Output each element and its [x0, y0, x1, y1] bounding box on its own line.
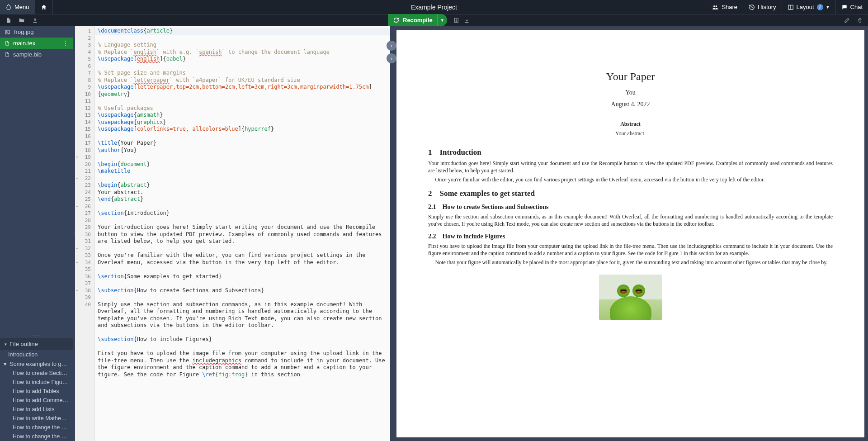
- fold-icon[interactable]: ▾: [76, 175, 78, 182]
- code-line[interactable]: [95, 175, 390, 182]
- code-line[interactable]: \subsection{How to include Figures}: [95, 336, 390, 343]
- code-line[interactable]: [95, 343, 390, 351]
- file-item[interactable]: main.tex⋮: [0, 38, 73, 49]
- editor-preview-splitter[interactable]: › ‹: [390, 26, 393, 441]
- recompile-button[interactable]: Recompile: [388, 14, 437, 26]
- history-button[interactable]: History: [743, 0, 781, 14]
- menu-button[interactable]: Menu: [0, 0, 35, 14]
- line-number: 12: [75, 105, 94, 112]
- rename-icon[interactable]: [842, 16, 852, 24]
- code-line[interactable]: \begin{document}: [95, 161, 390, 168]
- code-line[interactable]: [95, 245, 390, 252]
- outline-item[interactable]: ▾ Some examples to get st…: [0, 359, 73, 369]
- code-line[interactable]: Simply use the section and subsection co…: [95, 301, 390, 329]
- svg-point-0: [713, 5, 715, 6]
- code-line[interactable]: Your introduction goes here! Simply star…: [95, 224, 390, 245]
- file-icon: [5, 40, 9, 46]
- code-line[interactable]: [95, 35, 390, 42]
- code-line[interactable]: [95, 294, 390, 301]
- recompile-dropdown[interactable]: ▼: [437, 14, 447, 26]
- code-line[interactable]: % Replace `english` with e.g. `spanish` …: [95, 49, 390, 56]
- file-menu-icon[interactable]: ⋮: [62, 40, 68, 47]
- outline-item[interactable]: Introduction: [0, 350, 73, 359]
- line-number: 6: [75, 63, 94, 70]
- code-line[interactable]: Your abstract.: [95, 189, 390, 196]
- fold-icon[interactable]: ▾: [76, 259, 78, 266]
- code-line[interactable]: First you have to upload the image file …: [95, 350, 390, 378]
- fold-icon[interactable]: ▾: [76, 203, 78, 210]
- share-button[interactable]: Share: [706, 0, 743, 14]
- file-item[interactable]: frog.jpg: [0, 26, 73, 38]
- file-list: frog.jpgmain.tex⋮sample.bib: [0, 26, 73, 333]
- outline-item[interactable]: How to include Figur…: [0, 378, 73, 387]
- outline-item[interactable]: How to create Sectio…: [0, 369, 73, 378]
- file-name: sample.bib: [13, 51, 42, 58]
- pdf-paragraph: First you have to upload the image file …: [428, 242, 833, 257]
- logs-icon[interactable]: [453, 17, 459, 24]
- main-area: frog.jpgmain.tex⋮sample.bib •••• ▾ File …: [0, 26, 868, 441]
- line-number: 3: [75, 42, 94, 49]
- code-line[interactable]: % Language setting: [95, 42, 390, 49]
- outline-item[interactable]: How to add Tables: [0, 387, 73, 396]
- outline-item[interactable]: How to add Lists: [0, 405, 73, 414]
- topbar-left: Menu: [0, 0, 53, 14]
- file-name: frog.jpg: [14, 28, 33, 35]
- code-line[interactable]: \documentclass{article}: [95, 28, 390, 35]
- code-line[interactable]: % Set page size and margins: [95, 70, 390, 77]
- file-outline-header[interactable]: ▾ File outline: [0, 338, 73, 350]
- code-line[interactable]: \usepackage{graphicx}: [95, 119, 390, 126]
- fold-icon[interactable]: ▾: [76, 245, 78, 252]
- line-number: 37: [75, 280, 94, 287]
- code-line[interactable]: % Useful packages: [95, 105, 390, 112]
- fold-icon[interactable]: ▾: [76, 154, 78, 161]
- chat-button[interactable]: Chat: [835, 0, 868, 14]
- code-line[interactable]: \usepackage[english]{babel}: [95, 56, 390, 63]
- editor-pane[interactable]: 12345678910111213141516171819▾202122▾232…: [75, 26, 390, 441]
- code-line[interactable]: [95, 217, 390, 224]
- code-line[interactable]: % Replace `letterpaper` with `a4paper` f…: [95, 77, 390, 84]
- divider[interactable]: ••••: [0, 333, 73, 338]
- code-line[interactable]: \begin{abstract}: [95, 182, 390, 189]
- code-area[interactable]: \documentclass{article} % Language setti…: [95, 26, 390, 441]
- code-line[interactable]: \usepackage{amsmath}: [95, 112, 390, 119]
- code-line[interactable]: [95, 203, 390, 210]
- code-line[interactable]: [95, 98, 390, 105]
- code-line[interactable]: [95, 266, 390, 273]
- top-bar: Menu Example Project Share History Layou…: [0, 0, 868, 14]
- code-line[interactable]: \title{Your Paper}: [95, 140, 390, 147]
- code-line[interactable]: [95, 280, 390, 287]
- line-number: 32▾: [75, 245, 94, 252]
- chevron-down-icon: ▾: [4, 360, 8, 367]
- outline-item[interactable]: How to add Comme…: [0, 396, 73, 405]
- code-line[interactable]: \maketitle: [95, 168, 390, 175]
- download-icon[interactable]: [464, 17, 470, 24]
- home-button[interactable]: [35, 0, 53, 14]
- pdf-author: You: [428, 89, 833, 96]
- pdf-preview-pane[interactable]: Your Paper You August 4, 2022 Abstract Y…: [393, 26, 868, 441]
- new-file-icon[interactable]: [4, 16, 13, 24]
- collapse-right-button[interactable]: ›: [387, 41, 396, 51]
- code-line[interactable]: [95, 63, 390, 70]
- line-number: 21: [75, 168, 94, 175]
- collapse-left-button[interactable]: ‹: [387, 53, 396, 63]
- layout-button[interactable]: Layout i ▼: [782, 0, 835, 14]
- code-line[interactable]: \section{Introduction}: [95, 210, 390, 217]
- file-item[interactable]: sample.bib: [0, 49, 73, 60]
- upload-icon[interactable]: [30, 16, 40, 24]
- code-line[interactable]: [95, 133, 390, 140]
- code-line[interactable]: Once you're familiar with the editor, yo…: [95, 252, 390, 266]
- code-line[interactable]: [95, 154, 390, 161]
- code-line[interactable]: \usepackage[letterpaper,top=2cm,bottom=2…: [95, 84, 390, 98]
- outline-item[interactable]: How to change the …: [0, 423, 73, 432]
- outline-item[interactable]: How to change the d…: [0, 432, 73, 441]
- code-line[interactable]: [95, 329, 390, 337]
- fold-icon[interactable]: ▾: [76, 287, 78, 294]
- new-folder-icon[interactable]: [17, 16, 27, 24]
- code-line[interactable]: \section{Some examples to get started}: [95, 273, 390, 280]
- code-line[interactable]: \end{abstract}: [95, 196, 390, 203]
- delete-icon[interactable]: [855, 16, 864, 24]
- code-line[interactable]: \author{You}: [95, 147, 390, 154]
- outline-item[interactable]: How to write Mathe…: [0, 414, 73, 423]
- code-line[interactable]: \usepackage[colorlinks=true, allcolors=b…: [95, 126, 390, 133]
- code-line[interactable]: \subsection{How to create Sections and S…: [95, 287, 390, 294]
